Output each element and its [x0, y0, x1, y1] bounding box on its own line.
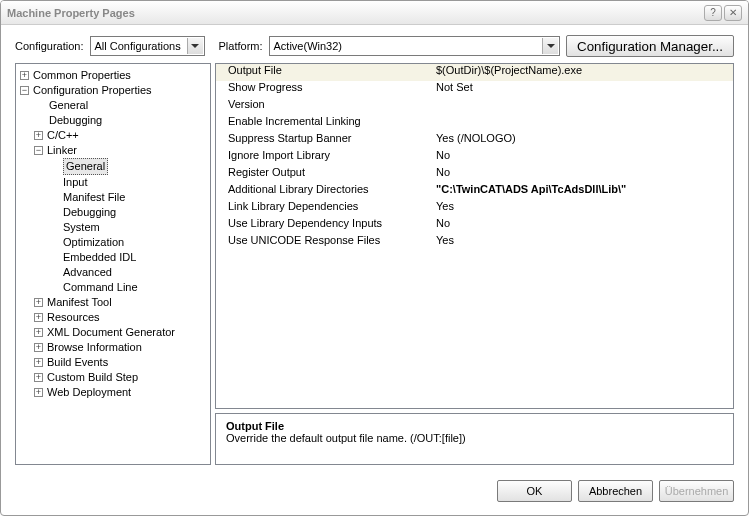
- tree-linker-input[interactable]: Input: [63, 175, 87, 190]
- configuration-combo[interactable]: All Configurations: [90, 36, 205, 56]
- property-label: Use UNICODE Response Files: [216, 234, 436, 251]
- tree-debugging[interactable]: Debugging: [49, 113, 102, 128]
- configuration-value: All Configurations: [95, 40, 181, 52]
- window-title: Machine Property Pages: [7, 7, 702, 19]
- configuration-manager-button[interactable]: Configuration Manager...: [566, 35, 734, 57]
- property-row[interactable]: Ignore Import LibraryNo: [216, 149, 733, 166]
- chevron-down-icon[interactable]: [542, 38, 558, 54]
- property-row[interactable]: Version: [216, 98, 733, 115]
- property-row[interactable]: Output File$(OutDir)\$(ProjectName).exe: [216, 64, 733, 81]
- platform-combo[interactable]: Active(Win32): [269, 36, 561, 56]
- category-tree[interactable]: +Common Properties −Configuration Proper…: [15, 63, 211, 465]
- tree-configuration-properties[interactable]: Configuration Properties: [33, 83, 152, 98]
- property-row[interactable]: Suppress Startup BannerYes (/NOLOGO): [216, 132, 733, 149]
- property-value[interactable]: No: [436, 217, 733, 234]
- help-title: Output File: [226, 420, 723, 432]
- tree-custom-build[interactable]: Custom Build Step: [47, 370, 138, 385]
- tree-cpp[interactable]: C/C++: [47, 128, 79, 143]
- tree-linker-system[interactable]: System: [63, 220, 100, 235]
- tree-manifest-tool[interactable]: Manifest Tool: [47, 295, 112, 310]
- collapse-icon[interactable]: −: [20, 86, 29, 95]
- property-row[interactable]: Enable Incremental Linking: [216, 115, 733, 132]
- tree-linker-general[interactable]: General: [63, 158, 108, 175]
- property-value[interactable]: [436, 98, 733, 115]
- property-label: Link Library Dependencies: [216, 200, 436, 217]
- toolbar: Configuration: All Configurations Platfo…: [1, 25, 748, 63]
- property-value[interactable]: Yes: [436, 234, 733, 251]
- help-icon[interactable]: ?: [704, 5, 722, 21]
- platform-value: Active(Win32): [274, 40, 342, 52]
- property-row[interactable]: Use UNICODE Response FilesYes: [216, 234, 733, 251]
- tree-general[interactable]: General: [49, 98, 88, 113]
- expand-icon[interactable]: +: [34, 328, 43, 337]
- chevron-down-icon[interactable]: [187, 38, 203, 54]
- property-value[interactable]: Yes: [436, 200, 733, 217]
- property-label: Register Output: [216, 166, 436, 183]
- tree-common-properties[interactable]: Common Properties: [33, 68, 131, 83]
- dialog-footer: OK Abbrechen Übernehmen: [1, 473, 748, 509]
- close-icon[interactable]: ✕: [724, 5, 742, 21]
- property-label: Enable Incremental Linking: [216, 115, 436, 132]
- property-value[interactable]: "C:\TwinCAT\ADS Api\TcAdsDll\Lib\": [436, 183, 733, 200]
- property-grid[interactable]: Output File$(OutDir)\$(ProjectName).exeS…: [215, 63, 734, 409]
- cancel-button[interactable]: Abbrechen: [578, 480, 653, 502]
- property-value[interactable]: No: [436, 166, 733, 183]
- help-panel: Output File Override the default output …: [215, 413, 734, 465]
- tree-browse-info[interactable]: Browse Information: [47, 340, 142, 355]
- help-description: Override the default output file name. (…: [226, 432, 723, 444]
- property-value[interactable]: [436, 115, 733, 132]
- property-row[interactable]: Link Library DependenciesYes: [216, 200, 733, 217]
- property-value[interactable]: Yes (/NOLOGO): [436, 132, 733, 149]
- tree-linker-debugging[interactable]: Debugging: [63, 205, 116, 220]
- tree-linker-manifest[interactable]: Manifest File: [63, 190, 125, 205]
- tree-linker-optimization[interactable]: Optimization: [63, 235, 124, 250]
- expand-icon[interactable]: +: [34, 298, 43, 307]
- expand-icon[interactable]: +: [34, 343, 43, 352]
- property-value[interactable]: No: [436, 149, 733, 166]
- configuration-label: Configuration:: [15, 40, 84, 52]
- right-pane: Output File$(OutDir)\$(ProjectName).exeS…: [215, 63, 734, 465]
- property-row[interactable]: Show ProgressNot Set: [216, 81, 733, 98]
- tree-linker-cmdline[interactable]: Command Line: [63, 280, 138, 295]
- expand-icon[interactable]: +: [34, 358, 43, 367]
- property-label: Use Library Dependency Inputs: [216, 217, 436, 234]
- property-label: Show Progress: [216, 81, 436, 98]
- property-label: Additional Library Directories: [216, 183, 436, 200]
- title-bar: Machine Property Pages ? ✕: [1, 1, 748, 25]
- tree-xml-doc[interactable]: XML Document Generator: [47, 325, 175, 340]
- expand-icon[interactable]: +: [34, 373, 43, 382]
- tree-resources[interactable]: Resources: [47, 310, 100, 325]
- property-row[interactable]: Register OutputNo: [216, 166, 733, 183]
- apply-button: Übernehmen: [659, 480, 734, 502]
- expand-icon[interactable]: +: [34, 313, 43, 322]
- platform-label: Platform:: [219, 40, 263, 52]
- expand-icon[interactable]: +: [34, 388, 43, 397]
- property-value[interactable]: $(OutDir)\$(ProjectName).exe: [436, 64, 733, 81]
- tree-linker[interactable]: Linker: [47, 143, 77, 158]
- property-row[interactable]: Additional Library Directories"C:\TwinCA…: [216, 183, 733, 200]
- property-label: Version: [216, 98, 436, 115]
- tree-linker-embedded[interactable]: Embedded IDL: [63, 250, 136, 265]
- ok-button[interactable]: OK: [497, 480, 572, 502]
- tree-build-events[interactable]: Build Events: [47, 355, 108, 370]
- content-area: +Common Properties −Configuration Proper…: [1, 63, 748, 473]
- expand-icon[interactable]: +: [20, 71, 29, 80]
- property-row[interactable]: Use Library Dependency InputsNo: [216, 217, 733, 234]
- collapse-icon[interactable]: −: [34, 146, 43, 155]
- expand-icon[interactable]: +: [34, 131, 43, 140]
- property-label: Output File: [216, 64, 436, 81]
- property-label: Ignore Import Library: [216, 149, 436, 166]
- property-label: Suppress Startup Banner: [216, 132, 436, 149]
- property-value[interactable]: Not Set: [436, 81, 733, 98]
- tree-linker-advanced[interactable]: Advanced: [63, 265, 112, 280]
- tree-web-deployment[interactable]: Web Deployment: [47, 385, 131, 400]
